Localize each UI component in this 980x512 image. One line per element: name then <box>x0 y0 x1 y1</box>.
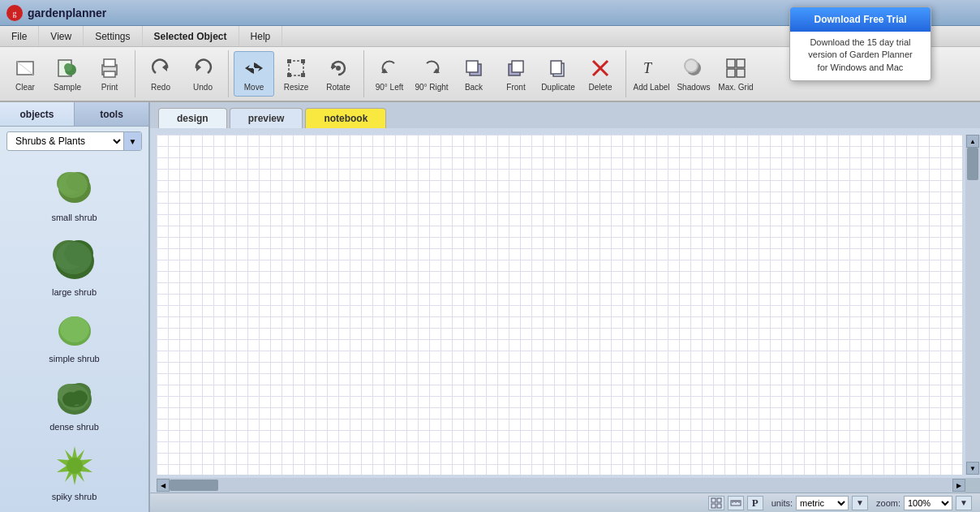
svg-rect-17 <box>287 59 291 63</box>
svg-rect-20 <box>301 73 305 77</box>
list-item[interactable]: spiky shrub <box>3 438 145 506</box>
grid-icon[interactable] <box>708 496 724 510</box>
svg-rect-28 <box>512 61 523 72</box>
menu-view[interactable]: View <box>39 26 84 46</box>
ruler-icon[interactable] <box>728 496 744 510</box>
panel-tabs: objects tools <box>0 102 148 127</box>
svg-rect-61 <box>717 498 721 502</box>
sample-button[interactable]: Sample <box>47 51 88 97</box>
scroll-up-button[interactable]: ▲ <box>966 135 979 148</box>
large-shrub-label: large shrub <box>52 287 97 297</box>
svg-rect-60 <box>711 498 716 502</box>
duplicate-icon <box>546 56 570 80</box>
tab-notebook[interactable]: notebook <box>305 108 386 128</box>
small-shrub-icon <box>52 164 97 209</box>
print-icon <box>97 56 122 80</box>
simple-shrub-icon <box>54 308 96 351</box>
clear-button[interactable]: Clear <box>5 51 45 97</box>
category-arrow[interactable]: ▼ <box>123 132 141 150</box>
add-label-button[interactable]: T Add Label <box>631 51 672 97</box>
units-item: units: metric ▼ <box>772 496 868 510</box>
zoom-select[interactable]: 100% <box>904 496 952 510</box>
svg-marker-10 <box>162 63 167 71</box>
app-title: gardenplanner <box>28 6 106 19</box>
redo-button[interactable]: Redo <box>140 51 181 97</box>
svg-marker-14 <box>245 65 253 73</box>
duplicate-button[interactable]: Duplicate <box>538 51 578 97</box>
rotate-button[interactable]: Rotate <box>318 51 359 97</box>
canvas-container[interactable]: ▲ ▼ ◀ ▶ <box>150 128 980 493</box>
svg-text:g: g <box>13 9 17 18</box>
tab-objects[interactable]: objects <box>0 102 75 126</box>
undo-button[interactable]: Undo <box>183 51 223 97</box>
rotate-icon <box>326 56 350 80</box>
units-arrow[interactable]: ▼ <box>852 496 868 510</box>
svg-rect-40 <box>737 69 745 77</box>
dense-shrub-label: dense shrub <box>49 422 99 432</box>
rotate-left-button[interactable]: 90° Left <box>369 51 410 97</box>
list-item[interactable]: dense shrub <box>3 370 145 437</box>
svg-point-44 <box>58 172 88 198</box>
menu-selected-object[interactable]: Selected Object <box>143 26 239 46</box>
back-button[interactable]: Back <box>453 51 494 97</box>
svg-rect-38 <box>737 59 745 67</box>
scroll-left-button[interactable]: ◀ <box>157 479 170 492</box>
svg-point-59 <box>67 458 83 474</box>
vertical-scrollbar[interactable]: ▲ ▼ <box>965 135 980 475</box>
content-tabs: design preview notebook <box>150 102 980 128</box>
tab-tools[interactable]: tools <box>75 102 148 126</box>
plant-icon[interactable]: P <box>747 496 763 510</box>
delete-icon <box>588 56 612 80</box>
tab-design[interactable]: design <box>158 108 227 128</box>
resize-button[interactable]: Resize <box>276 51 316 97</box>
svg-point-56 <box>71 390 88 405</box>
trial-description: Download the 15 day trial version of Gar… <box>790 32 931 74</box>
vscroll-thumb[interactable] <box>967 148 978 180</box>
grid-canvas <box>157 135 962 475</box>
list-item[interactable]: large shrub <box>3 229 145 302</box>
move-button[interactable]: Move <box>234 51 274 97</box>
clear-icon <box>13 56 37 80</box>
zoom-arrow[interactable]: ▼ <box>956 496 972 510</box>
rotate-right-button[interactable]: 90° Right <box>411 51 452 97</box>
front-button[interactable]: Front <box>496 51 536 97</box>
max-grid-icon <box>724 56 748 80</box>
units-select[interactable]: metric <box>796 496 849 510</box>
units-label: units: <box>772 498 793 508</box>
download-trial-button[interactable]: Download Free Trial <box>790 7 931 32</box>
max-grid-button[interactable]: Max. Grid <box>716 51 756 97</box>
svg-point-36 <box>686 60 697 71</box>
svg-point-6 <box>64 63 72 71</box>
grid-background <box>157 135 962 475</box>
category-dropdown: Shrubs & Plants ▼ <box>6 131 142 151</box>
undo-icon <box>191 56 215 80</box>
menu-settings[interactable]: Settings <box>84 26 142 46</box>
scroll-right-button[interactable]: ▶ <box>952 479 965 492</box>
vscroll-track <box>967 148 978 462</box>
svg-rect-37 <box>727 59 735 67</box>
shadows-icon <box>681 56 706 80</box>
simple-shrub-label: simple shrub <box>49 354 99 364</box>
svg-rect-18 <box>301 59 305 63</box>
list-item[interactable]: simple shrub <box>3 303 145 368</box>
print-button[interactable]: Print <box>89 51 130 97</box>
menu-file[interactable]: File <box>0 26 39 46</box>
svg-text:T: T <box>643 60 653 76</box>
tab-preview[interactable]: preview <box>230 108 303 128</box>
svg-point-21 <box>336 66 341 71</box>
objects-list: small shrub large shrub <box>0 156 148 512</box>
right-area: design preview notebook ▲ ▼ ◀ <box>150 102 980 512</box>
left-panel: objects tools Shrubs & Plants ▼ <box>0 102 150 512</box>
hscroll-thumb[interactable] <box>170 480 218 491</box>
scroll-down-button[interactable]: ▼ <box>966 462 979 475</box>
list-item[interactable]: small shrub <box>3 159 145 227</box>
menu-help[interactable]: Help <box>239 26 283 46</box>
small-shrub-label: small shrub <box>51 213 97 222</box>
svg-rect-19 <box>287 73 291 77</box>
svg-marker-15 <box>255 63 263 71</box>
shadows-button[interactable]: Shadows <box>673 51 714 97</box>
horizontal-scrollbar[interactable]: ◀ ▶ <box>157 478 965 493</box>
category-select[interactable]: Shrubs & Plants <box>7 132 123 150</box>
redo-icon <box>148 56 173 80</box>
delete-button[interactable]: Delete <box>580 51 621 97</box>
